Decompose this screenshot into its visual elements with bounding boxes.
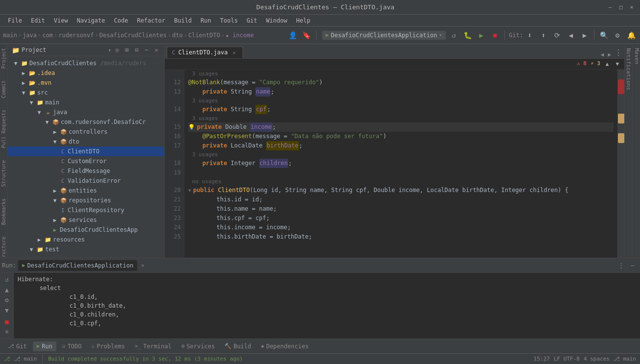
rerun-ctrl-button[interactable]: ↺ bbox=[2, 275, 12, 284]
footer-tab-problems[interactable]: ⚠ Problems bbox=[88, 341, 129, 351]
code-line-20[interactable]: ▼ public ClientDTO(Long id, String name,… bbox=[188, 186, 614, 195]
line-encoding[interactable]: LF UTF-8 bbox=[554, 356, 580, 362]
breadcrumb-dto[interactable]: dto bbox=[172, 32, 183, 39]
tree-repositories[interactable]: ▼ 📦 repositories bbox=[8, 195, 164, 205]
tree-root[interactable]: ▼ 📁 DesafioCrudClientes /media/ruders bbox=[8, 58, 164, 68]
breadcrumb-main[interactable]: main bbox=[3, 32, 17, 39]
menu-file[interactable]: File bbox=[4, 16, 26, 25]
bookmark-icon[interactable]: 🔖 bbox=[301, 29, 313, 41]
footer-tab-terminal[interactable]: >_ Terminal bbox=[131, 341, 175, 351]
sidebar-close-button[interactable]: ✕ bbox=[152, 46, 160, 54]
tree-test[interactable]: ▼ 📁 test bbox=[8, 244, 164, 254]
menu-git[interactable]: Git bbox=[243, 16, 261, 25]
code-line-23[interactable]: this.cpf = cpf; bbox=[188, 214, 614, 223]
tree-fieldmessage[interactable]: C FieldMessage bbox=[8, 166, 164, 176]
tree-package[interactable]: ▼ 📦 com.rudersonvf.DesafioCr bbox=[8, 117, 164, 127]
git-pull-button[interactable]: ⬇ bbox=[524, 29, 536, 41]
tree-customerror[interactable]: C CustomError bbox=[8, 156, 164, 166]
debug-button[interactable]: 🐛 bbox=[462, 29, 473, 41]
code-line-21[interactable]: this.id = id; bbox=[188, 195, 614, 204]
tab-close-button[interactable]: ✕ bbox=[231, 49, 238, 56]
menu-run[interactable]: Run bbox=[197, 16, 215, 25]
tree-clientdto[interactable]: C ClientDTO bbox=[8, 146, 164, 156]
bookmarks-label[interactable]: Bookmarks bbox=[1, 194, 6, 229]
wrap-output-button[interactable]: ≡ bbox=[2, 327, 12, 337]
footer-tab-build[interactable]: 🔨 Build bbox=[221, 341, 255, 351]
sidebar-collapse-button[interactable]: ⊟ bbox=[133, 46, 141, 54]
code-line-22[interactable]: this.name = name; bbox=[188, 204, 614, 214]
menu-build[interactable]: Build bbox=[170, 16, 196, 25]
breadcrumb-com[interactable]: com bbox=[42, 32, 53, 39]
tab-scroll-right[interactable]: ▶ bbox=[606, 51, 613, 58]
tree-controllers[interactable]: ▶ 📦 controllers bbox=[8, 127, 164, 137]
run-button[interactable]: ▶ bbox=[475, 29, 487, 41]
tree-mainapp[interactable]: ▶ DesafioCrudClientesApp bbox=[8, 225, 164, 235]
tree-entities[interactable]: ▶ 📦 entities bbox=[8, 186, 164, 195]
right-scrollbar[interactable] bbox=[617, 70, 624, 258]
sidebar-options-button[interactable]: ⋯ bbox=[143, 46, 150, 54]
tree-idea[interactable]: ▶ 📂 .idea bbox=[8, 68, 164, 78]
footer-tab-dependencies[interactable]: ◈ Dependencies bbox=[257, 341, 313, 351]
footer-tab-git[interactable]: ⎇ Git bbox=[4, 341, 31, 351]
maven-label[interactable]: Maven bbox=[633, 44, 640, 68]
tab-scroll-left[interactable]: ◀ bbox=[599, 51, 606, 58]
bottom-options-button[interactable]: ⋮ bbox=[615, 260, 626, 271]
code-line-18[interactable]: private Integer children; bbox=[188, 159, 614, 168]
code-container[interactable]: 12 13 14 15 16 17 18 19 20 21 22 23 24 2… bbox=[165, 70, 624, 258]
scroll-down-button[interactable]: ▼ bbox=[2, 306, 12, 315]
window-controls[interactable]: — □ ✕ bbox=[607, 4, 635, 11]
code-line-12[interactable]: @NotBlank(message = "Campo requerido") bbox=[188, 78, 614, 87]
tree-dto[interactable]: ▼ 📦 dto bbox=[8, 137, 164, 146]
bottom-tab-close[interactable]: ✕ bbox=[139, 262, 146, 269]
tree-validationerror[interactable]: C ValidationError bbox=[8, 176, 164, 186]
code-line-17[interactable]: private LocalDate birthDate; bbox=[188, 141, 614, 150]
user-icon[interactable]: 👤 bbox=[287, 29, 299, 41]
git-branch[interactable]: ⎇ main bbox=[14, 356, 37, 362]
code-line-13[interactable]: private String name; bbox=[188, 87, 614, 97]
maximize-button[interactable]: □ bbox=[617, 4, 624, 11]
footer-tab-todo[interactable]: ☑ TODO bbox=[58, 341, 86, 351]
tree-mvn[interactable]: ▶ 📂 .mvn bbox=[8, 78, 164, 88]
run-config[interactable]: ▶ DesafioCrudClientesApplication ▾ bbox=[322, 31, 446, 40]
menu-refactor[interactable]: Refactor bbox=[133, 16, 169, 25]
breadcrumb-rudersonvf[interactable]: rudersonvf bbox=[58, 32, 94, 39]
tree-services[interactable]: ▶ 📦 services bbox=[8, 215, 164, 225]
minimize-button[interactable]: — bbox=[607, 4, 614, 11]
notifications-button[interactable]: 🔔 bbox=[625, 29, 637, 41]
menu-edit[interactable]: Edit bbox=[27, 16, 49, 25]
jpa-structure-label[interactable]: JPA Structure bbox=[1, 233, 6, 258]
search-everywhere-button[interactable]: 🔍 bbox=[598, 29, 610, 41]
bottom-minimize-button[interactable]: – bbox=[627, 260, 638, 271]
git-history-button[interactable]: ⟳ bbox=[551, 29, 563, 41]
footer-tab-run[interactable]: ▶ Run bbox=[33, 341, 56, 351]
project-panel-label[interactable]: Project bbox=[1, 44, 6, 73]
tree-clientrepository[interactable]: I ClientRepository bbox=[8, 205, 164, 215]
git-forward-button[interactable]: ▶ bbox=[579, 29, 591, 41]
tab-options-button[interactable]: ⋮ bbox=[613, 47, 624, 58]
notifications-label[interactable]: Notifications bbox=[624, 44, 633, 94]
scroll-up-button[interactable]: ▲ bbox=[2, 285, 12, 294]
footer-tab-services[interactable]: ⚙ Services bbox=[177, 341, 219, 351]
git-back-button[interactable]: ◀ bbox=[565, 29, 577, 41]
git-push-button[interactable]: ⬆ bbox=[538, 29, 549, 41]
structure-label[interactable]: Structure bbox=[1, 156, 6, 191]
sidebar-locate-button[interactable]: ◎ bbox=[113, 46, 121, 54]
code-editor[interactable]: 3 usages @NotBlank(message = "Campo requ… bbox=[184, 70, 617, 258]
prev-error-button[interactable]: ▲ bbox=[604, 60, 611, 68]
menu-navigate[interactable]: Navigate bbox=[73, 16, 109, 25]
cursor-position[interactable]: 15:27 bbox=[534, 356, 550, 362]
code-line-15[interactable]: 💡 private Double income; bbox=[188, 122, 614, 132]
close-button[interactable]: ✕ bbox=[628, 4, 635, 11]
code-line-19[interactable] bbox=[188, 168, 614, 177]
pull-requests-label[interactable]: Pull Requests bbox=[1, 106, 6, 152]
sidebar-expand-button[interactable]: ⊞ bbox=[123, 46, 131, 54]
stop-ctrl-button[interactable]: ■ bbox=[2, 317, 12, 326]
bottom-run-tab[interactable]: ▶ DesafioCrudClientesApplication bbox=[18, 260, 137, 271]
code-line-16[interactable]: @PastOrPresent(message = "Data não pode … bbox=[188, 132, 614, 141]
menu-view[interactable]: View bbox=[50, 16, 72, 25]
next-error-button[interactable]: ▼ bbox=[614, 60, 620, 68]
breadcrumb-class[interactable]: ClientDTO bbox=[188, 32, 220, 39]
tree-resources[interactable]: ▶ 📁 resources bbox=[8, 235, 164, 244]
tree-src[interactable]: ▼ 📁 src bbox=[8, 88, 164, 97]
menu-help[interactable]: Help bbox=[292, 16, 314, 25]
